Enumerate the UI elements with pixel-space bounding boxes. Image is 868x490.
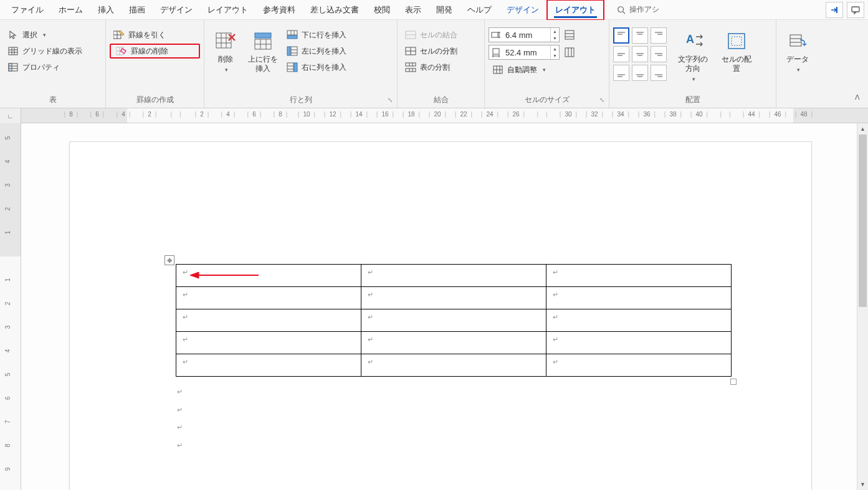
insert-above-button[interactable]: 上に行を挿入 [246,27,280,76]
align-bot-center[interactable] [632,65,648,81]
table-cell[interactable] [361,309,546,332]
cell-margins-button[interactable]: セルの配置 [719,27,754,76]
svg-marker-90 [190,272,199,278]
ruler-tick: 7 [4,420,11,424]
col-width-icon [489,47,503,57]
draw-table-button[interactable]: 罫線を引く [110,27,200,42]
comments-button[interactable] [847,2,864,18]
horizontal-ruler[interactable]: ∟ 86422468101214161820222426303234363840… [0,108,868,123]
distribute-cols-button[interactable] [562,45,577,60]
svg-rect-34 [287,47,290,55]
eraser-button[interactable]: 罫線の削除 [110,44,200,59]
table-cell[interactable] [176,332,361,354]
select-button[interactable]: 選択 [4,27,86,42]
ruler-tick: 2 [4,207,11,211]
tab-view[interactable]: 表示 [398,1,429,19]
tab-references[interactable]: 参考資料 [255,1,303,19]
table-row[interactable] [176,265,732,287]
align-top-center[interactable] [632,27,648,44]
align-mid-center[interactable] [632,46,648,62]
vertical-ruler[interactable]: 54321123456789 [0,123,21,490]
align-top-right[interactable] [651,27,667,44]
table-cell[interactable] [361,332,546,354]
insert-left-button[interactable]: 左に列を挿入 [283,44,350,59]
insert-below-button[interactable]: 下に行を挿入 [283,27,350,42]
svg-rect-31 [287,31,297,35]
table-row[interactable] [176,287,732,309]
ruler-tick: 16 [373,111,398,118]
table-row[interactable] [176,309,732,332]
delete-button[interactable]: 削除 [208,27,243,75]
tab-help[interactable]: ヘルプ [460,1,499,19]
tab-home[interactable]: ホーム [51,1,90,19]
table-cell[interactable] [361,354,546,377]
distribute-rows-button[interactable] [562,27,577,42]
align-top-left[interactable] [613,27,629,44]
table-cell[interactable] [546,265,732,287]
share-button[interactable] [826,2,843,18]
document-table[interactable] [176,264,732,377]
tell-me-search[interactable]: 操作アシ [611,2,665,17]
split-table-button[interactable]: 表の分割 [401,60,461,75]
group-cellsize-label: セルのサイズ [489,93,605,108]
table-cell[interactable] [546,332,732,354]
scroll-up-button[interactable]: ▲ [857,123,868,134]
text-direction-button[interactable]: A 文字列の方向 [675,27,710,85]
row-height-input[interactable]: 6.4 mm ▲▼ [489,27,560,42]
align-mid-right[interactable] [651,46,667,62]
page[interactable]: ✥ [70,142,811,490]
tab-mailings[interactable]: 差し込み文書 [303,1,366,19]
tab-design[interactable]: デザイン [153,1,200,19]
table-resize-handle[interactable] [730,379,737,385]
cellsize-launcher[interactable]: ⤡ [598,97,606,105]
tab-insert[interactable]: 挿入 [90,1,122,19]
table-cell[interactable] [546,354,732,377]
merge-cells-button[interactable]: セルの結合 [401,27,461,42]
table-cell[interactable] [361,287,546,309]
view-gridlines-button[interactable]: グリッド線の表示 [4,44,86,59]
vertical-scrollbar[interactable]: ▲ ▼ [857,123,868,490]
scroll-track[interactable] [857,134,868,479]
tab-file[interactable]: ファイル [4,1,51,19]
table-row[interactable] [176,354,732,377]
tab-table-layout[interactable]: レイアウト [546,0,604,21]
table-cell[interactable] [546,309,732,332]
split-cells-button[interactable]: セルの分割 [401,44,461,59]
svg-rect-47 [406,63,416,66]
col-width-input[interactable]: 52.4 mm ▲▼ [489,45,560,60]
rowscols-launcher[interactable]: ⤡ [386,97,394,105]
table-cell[interactable] [361,265,546,287]
table-cell[interactable] [176,265,361,287]
tab-draw[interactable]: 描画 [122,1,153,19]
properties-button[interactable]: プロパティ [4,60,86,75]
scroll-thumb[interactable] [859,134,867,307]
scroll-down-button[interactable]: ▼ [857,479,868,490]
table-cell[interactable] [176,354,361,377]
collapse-ribbon-button[interactable]: ᐱ [851,90,864,104]
tab-developer[interactable]: 開発 [429,1,460,19]
tab-table-design[interactable]: デザイン [499,1,546,19]
grid-icon [7,45,19,57]
col-width-value: 52.4 mm [503,48,550,57]
align-mid-left[interactable] [613,46,629,62]
annotation-arrow-icon [190,271,259,280]
delete-table-icon [214,30,237,52]
ruler-tick: 34 [608,111,633,118]
delete-label: 削除 [218,55,233,64]
table-row[interactable] [176,332,732,354]
align-bot-right[interactable] [651,65,667,81]
table-cell[interactable] [176,287,361,309]
data-button[interactable]: データ [780,27,815,75]
tab-layout[interactable]: レイアウト [200,1,255,19]
insert-right-button[interactable]: 右に列を挿入 [283,60,350,75]
table-cell[interactable] [176,309,361,332]
document-area[interactable]: ✥ [21,123,868,490]
ruler-tick: 24 [477,111,502,118]
align-bot-left[interactable] [613,65,629,81]
table-move-handle[interactable]: ✥ [165,255,174,265]
svg-point-0 [618,6,624,12]
svg-rect-86 [790,35,801,46]
table-cell[interactable] [546,287,732,309]
tab-review[interactable]: 校閲 [366,1,398,19]
autofit-button[interactable]: 自動調整 [489,62,577,77]
